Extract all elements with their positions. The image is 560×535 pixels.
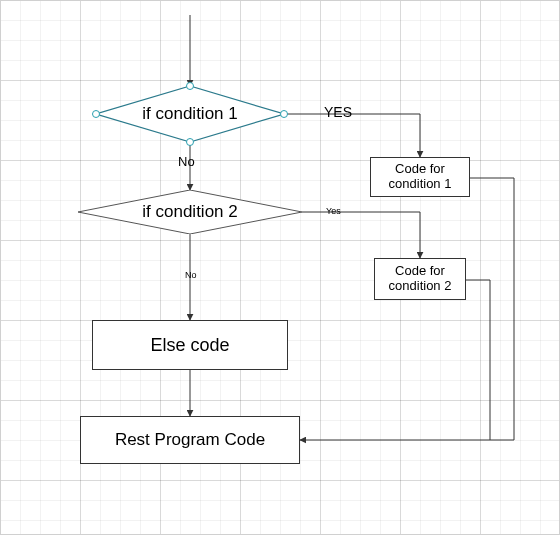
process-code-condition-1[interactable]: Code for condition 1: [370, 157, 470, 197]
handle-icon: [92, 110, 100, 118]
process-code-condition-2[interactable]: Code for condition 2: [374, 258, 466, 300]
process-else-label: Else code: [146, 333, 233, 358]
decision-1-label: if condition 1: [138, 102, 241, 126]
process-code-1-label: Code for condition 1: [385, 160, 456, 194]
decision-2-label: if condition 2: [138, 200, 241, 224]
edge-label-yes-2: Yes: [326, 206, 341, 216]
edge-label-no-1: No: [178, 154, 195, 169]
edge-label-yes-1: YES: [324, 104, 352, 120]
handle-icon: [186, 138, 194, 146]
process-else-code[interactable]: Else code: [92, 320, 288, 370]
decision-if-condition-1[interactable]: if condition 1: [96, 86, 284, 142]
process-rest-program-code[interactable]: Rest Program Code: [80, 416, 300, 464]
process-rest-label: Rest Program Code: [111, 428, 269, 452]
decision-if-condition-2[interactable]: if condition 2: [78, 190, 302, 234]
handle-icon: [186, 82, 194, 90]
handle-icon: [280, 110, 288, 118]
process-code-2-label: Code for condition 2: [385, 262, 456, 296]
edge-label-no-2: No: [185, 270, 197, 280]
